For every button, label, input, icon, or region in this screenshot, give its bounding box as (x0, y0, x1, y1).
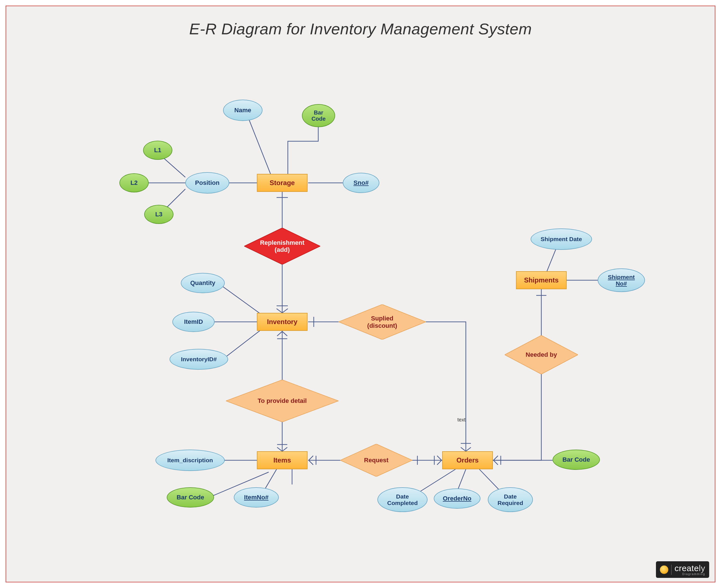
rel-request: Request (340, 444, 412, 477)
connectors (6, 6, 716, 583)
entity-inventory: Inventory (257, 313, 307, 331)
diagram-frame: E-R Diagram for Inventory Management Sys… (6, 6, 715, 582)
attr-items-barcode: Bar Code (167, 487, 214, 507)
svg-line-4 (247, 116, 271, 175)
attr-l2: L2 (119, 173, 149, 192)
attr-shipmentno: ShipmentNo# (598, 268, 645, 292)
attr-itemdesc: Item_discription (156, 449, 225, 471)
attr-orders-barcode: Bar Code (553, 449, 600, 470)
attr-itemid: ItemID (172, 312, 215, 332)
attr-inventoryid: InventoryID# (169, 349, 228, 370)
attr-storage-barcode: BarCode (302, 104, 335, 127)
edge-label-text: text (457, 417, 465, 423)
svg-line-12 (223, 330, 261, 359)
entity-orders: Orders (442, 451, 493, 469)
entity-shipments: Shipments (516, 271, 567, 289)
attr-sno: Sno# (343, 173, 379, 193)
attr-orderno: OrederNo (434, 488, 480, 509)
entity-storage: Storage (257, 174, 307, 192)
attr-itemno: ItemNo# (234, 487, 279, 507)
svg-line-10 (220, 285, 261, 314)
attr-name: Name (223, 100, 262, 121)
rel-replenishment: Replenishment(add) (244, 228, 320, 265)
rel-neededby: Needed by (505, 335, 578, 374)
diagram-title: E-R Diagram for Inventory Management Sys… (189, 20, 532, 38)
attr-position: Position (185, 172, 229, 193)
attr-l1: L1 (143, 141, 172, 160)
attr-l3: L3 (144, 205, 174, 224)
creately-watermark: creately Diagramming (656, 561, 709, 578)
rel-supplied: Suplied(discount) (339, 304, 426, 340)
attr-quantity: Quantity (181, 273, 225, 293)
attr-datecompleted: DateCompleted (377, 487, 427, 512)
attr-daterequired: DateRequired (488, 487, 533, 512)
rel-toprovide: To provide detail (226, 380, 339, 422)
entity-items: Items (257, 451, 307, 469)
bulb-icon (660, 566, 668, 574)
attr-shipmentdate: Shipment Date (530, 228, 592, 250)
